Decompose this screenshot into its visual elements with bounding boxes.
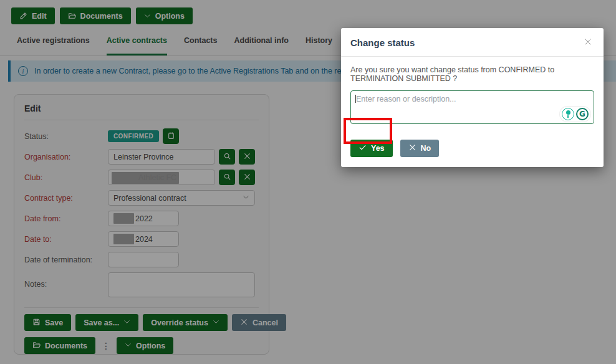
modal-title: Change status xyxy=(350,37,415,48)
modal-actions: Yes No xyxy=(350,140,594,157)
grammarly-suggestions-icon[interactable] xyxy=(562,108,574,120)
no-button[interactable]: No xyxy=(400,140,440,157)
app-screen: Edit Documents Options Active registrati… xyxy=(0,0,616,364)
modal-header: Change status xyxy=(341,28,604,57)
grammarly-widget: G xyxy=(560,107,590,122)
close-icon xyxy=(408,143,416,153)
reason-field-wrap: G xyxy=(350,90,594,127)
yes-button[interactable]: Yes xyxy=(350,140,393,157)
confirmation-message: Are you sure you want change status from… xyxy=(350,65,594,83)
no-button-label: No xyxy=(421,144,431,153)
reason-textarea[interactable] xyxy=(350,90,594,124)
modal-close-button[interactable] xyxy=(582,36,594,49)
modal-body: Are you sure you want change status from… xyxy=(341,57,604,167)
change-status-modal: Change status Are you sure you want chan… xyxy=(341,28,604,167)
check-icon xyxy=(359,143,367,153)
text-cursor xyxy=(355,95,356,103)
close-icon xyxy=(584,37,592,48)
grammarly-logo-icon[interactable]: G xyxy=(576,108,589,120)
yes-button-label: Yes xyxy=(371,144,385,153)
